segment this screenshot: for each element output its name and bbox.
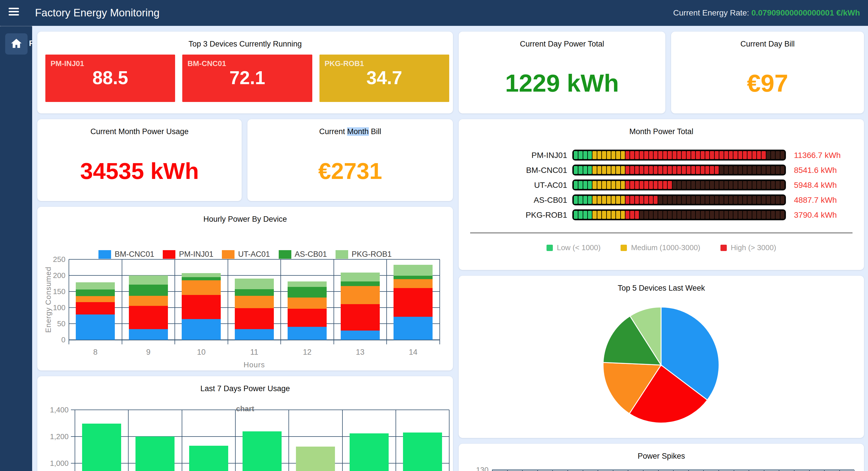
y-tick-mark bbox=[71, 463, 75, 464]
home-icon bbox=[10, 37, 22, 51]
legend-swatch bbox=[547, 245, 553, 251]
led-segment bbox=[616, 151, 620, 159]
led-segment bbox=[710, 181, 714, 189]
led-segment bbox=[574, 151, 578, 159]
legend-label: Low (< 1000) bbox=[557, 243, 600, 252]
led-segment bbox=[673, 181, 677, 189]
month-bar-value: 11366.7 kWh bbox=[794, 151, 841, 160]
led-segment bbox=[574, 181, 578, 189]
bar bbox=[350, 433, 389, 471]
led-segment bbox=[578, 211, 582, 219]
x-tick-label: 12 bbox=[281, 348, 334, 357]
stacked-bar-segment bbox=[235, 308, 274, 329]
led-segment bbox=[776, 151, 780, 159]
stacked-bar-segment bbox=[129, 285, 168, 296]
panel-title: Month Power Total bbox=[459, 127, 864, 136]
led-segment bbox=[663, 196, 667, 204]
month-bar-label: PKG-ROB1 bbox=[472, 210, 567, 220]
led-segment bbox=[592, 196, 596, 204]
led-segment bbox=[762, 181, 766, 189]
led-segment bbox=[621, 151, 625, 159]
led-segment bbox=[644, 166, 648, 174]
energy-rate-label: Current Energy Rate: bbox=[673, 8, 751, 17]
led-segment bbox=[592, 181, 596, 189]
led-segment bbox=[776, 211, 780, 219]
led-segment bbox=[592, 211, 596, 219]
stacked-bar-segment bbox=[341, 282, 380, 286]
device-tile-name: PKG-ROB1 bbox=[324, 59, 364, 68]
led-segment bbox=[691, 196, 695, 204]
led-segment bbox=[649, 211, 653, 219]
led-segment bbox=[682, 166, 686, 174]
led-segment bbox=[611, 151, 615, 159]
panel-month-power-usage: Current Month Power Usage 34535 kWh bbox=[37, 119, 242, 201]
stacked-bar-segment bbox=[235, 296, 274, 308]
led-segment bbox=[776, 166, 780, 174]
led-segment bbox=[724, 166, 728, 174]
gridline-v bbox=[122, 259, 122, 344]
led-segment bbox=[752, 166, 756, 174]
legend-label: Medium (1000-3000) bbox=[631, 243, 700, 252]
energy-rate-value: 0.07909000000000001 €/kWh bbox=[751, 8, 860, 17]
led-segment bbox=[630, 166, 634, 174]
led-segment bbox=[701, 166, 705, 174]
y-tick-label: 1,200 bbox=[43, 432, 69, 441]
menu-hamburger-icon[interactable] bbox=[9, 8, 20, 18]
led-segment bbox=[611, 181, 615, 189]
led-segment bbox=[673, 166, 677, 174]
led-segment bbox=[640, 211, 644, 219]
led-segment bbox=[654, 211, 658, 219]
stacked-bar-segment bbox=[182, 277, 221, 280]
led-segment bbox=[588, 196, 592, 204]
led-segment bbox=[738, 211, 742, 219]
month-bar-value: 3790.4 kWh bbox=[794, 210, 837, 220]
led-segment bbox=[771, 166, 775, 174]
sidebar-item-label-clipped[interactable]: F bbox=[29, 39, 32, 48]
led-segment bbox=[743, 151, 747, 159]
led-segment bbox=[710, 211, 714, 219]
led-segment bbox=[588, 166, 592, 174]
led-segment bbox=[766, 211, 770, 219]
led-segment bbox=[766, 181, 770, 189]
led-segment bbox=[640, 151, 644, 159]
led-segment bbox=[654, 181, 658, 189]
device-tile-value: 34.7 bbox=[319, 67, 449, 88]
panel-day-bill: Current Day Bill €97 bbox=[671, 32, 864, 113]
gridline-v bbox=[386, 259, 387, 344]
led-segment bbox=[658, 166, 662, 174]
led-segment bbox=[635, 151, 639, 159]
led-segment bbox=[701, 151, 705, 159]
led-segment bbox=[701, 181, 705, 189]
legend-item: Low (< 1000) bbox=[547, 243, 600, 252]
led-segment bbox=[780, 151, 784, 159]
led-segment bbox=[677, 166, 681, 174]
led-segment bbox=[621, 211, 625, 219]
led-segment bbox=[719, 151, 723, 159]
led-segment bbox=[583, 151, 587, 159]
stacked-bar-segment bbox=[182, 319, 221, 340]
led-segment bbox=[630, 181, 634, 189]
led-segment bbox=[668, 181, 672, 189]
led-segment bbox=[574, 196, 578, 204]
led-segment bbox=[776, 181, 780, 189]
led-segment bbox=[668, 196, 672, 204]
led-segment bbox=[597, 196, 601, 204]
led-segment bbox=[677, 196, 681, 204]
led-segment bbox=[715, 211, 719, 219]
led-segment bbox=[677, 181, 681, 189]
led-segment bbox=[644, 151, 648, 159]
led-segment bbox=[607, 151, 611, 159]
stacked-bar-segment bbox=[129, 306, 168, 329]
led-segment bbox=[677, 211, 681, 219]
last7-chart: 1,4001,2001,000 bbox=[37, 376, 453, 471]
led-segment bbox=[607, 166, 611, 174]
stacked-bar-segment bbox=[394, 279, 433, 288]
home-button[interactable] bbox=[5, 33, 28, 55]
panel-top3-devices: Top 3 Devices Currently Running PM-INJ01… bbox=[37, 32, 453, 113]
led-segment bbox=[762, 196, 766, 204]
led-segment bbox=[743, 196, 747, 204]
stacked-bar-segment bbox=[235, 289, 274, 296]
month-led-bar bbox=[572, 209, 786, 220]
stacked-bar-segment bbox=[182, 273, 221, 277]
led-segment bbox=[729, 181, 733, 189]
